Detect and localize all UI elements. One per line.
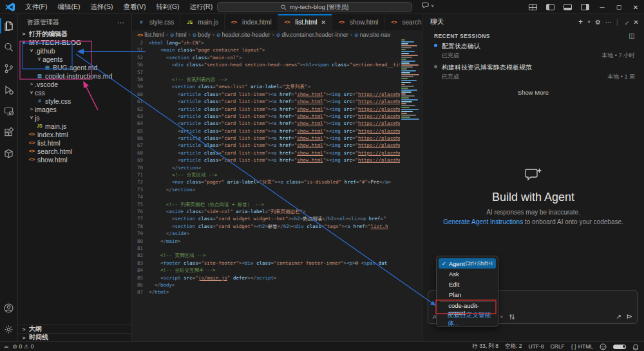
cursor-position[interactable]: 行 33, 列 8 — [472, 343, 498, 350]
breadcrumb-item[interactable]: ⊘header.site-header — [216, 32, 270, 38]
tree-item-copilot-instructions.md[interactable]: ≣copilot-instructions.md — [18, 71, 131, 80]
code-line-76[interactable]: 76<aside class="side-col" aria-label="列表… — [132, 208, 400, 215]
tab-main.js[interactable]: JSmain.js — [180, 14, 225, 30]
code-line-75[interactable]: 75<!-- 列表页侧栏（热点阅读 + 标签） --> — [132, 201, 400, 208]
explorer-icon[interactable] — [0, 16, 18, 35]
code-editor[interactable]: 2<html lang="zh-CN">51<main class="page … — [132, 39, 400, 341]
open-editors-section[interactable]: >打开的编辑器 — [18, 30, 131, 38]
code-line-85[interactable]: 85<script src="js/main.js" defer></scrip… — [132, 274, 400, 281]
tab-search.html[interactable]: <>search.html — [385, 14, 422, 30]
code-line-64[interactable]: 64<article class="card list-item"><a hre… — [132, 120, 400, 127]
menu-编辑(E)[interactable]: 编辑(E) — [53, 1, 84, 13]
tree-item-js[interactable]: ∨js — [18, 113, 131, 122]
menu-item-plan[interactable]: Plan — [439, 289, 496, 299]
toggle-panel-icon[interactable] — [559, 0, 576, 14]
code-line-77[interactable]: 77<section class="card widget widget--ho… — [132, 215, 400, 222]
tab-style.css[interactable]: #style.css — [132, 14, 180, 30]
customize-layout-icon[interactable] — [524, 0, 542, 14]
code-line-58[interactable]: 58<!-- 资讯列表内容 --> — [132, 76, 400, 83]
menu-转到(G)[interactable]: 转到(G) — [151, 1, 184, 13]
minimap[interactable] — [401, 39, 421, 310]
restore-button[interactable]: ▢ — [611, 0, 627, 14]
close-chat-icon[interactable]: ✕ — [634, 19, 639, 26]
maximize-chat-icon[interactable]: ↔ — [621, 17, 630, 27]
code-line-86[interactable]: 86</body> — [132, 281, 400, 289]
session-item[interactable]: 构建科技资讯博客静态模板规范已完成本地 • 1 周 — [422, 62, 644, 83]
toggle-primary-sidebar-icon[interactable] — [542, 0, 559, 14]
code-line-65[interactable]: 65<article class="card list-item"><a hre… — [132, 128, 400, 135]
generate-instructions-link[interactable]: Generate Agent Instructions — [443, 218, 523, 225]
tree-item-main.js[interactable]: JSmain.js — [18, 122, 131, 130]
tree-item-.github[interactable]: ∨.github — [18, 46, 131, 55]
code-line-84[interactable]: 84<!-- 全站交互脚本 --> — [132, 267, 400, 274]
menu-选择(S)[interactable]: 选择(S) — [86, 1, 117, 13]
menu-item-agent[interactable]: ✓AgentCtrl+Shift+I — [439, 258, 496, 269]
tree-item-BUG.agent.md[interactable]: ≣BUG.agent.md — [18, 63, 131, 71]
chat-settings-gear-icon[interactable]: ⚙ — [595, 19, 601, 26]
code-line-78[interactable]: 78<section class="card widget"><h2>标签</h… — [132, 223, 400, 230]
code-line-56[interactable]: 56<div class="section-head section-head-… — [132, 61, 400, 68]
code-line-59[interactable]: 59<section class="news-list" aria-label=… — [132, 83, 400, 90]
menu-文件(F)[interactable]: 文件(F) — [21, 1, 52, 13]
code-line-79[interactable]: 79</aside> — [132, 230, 400, 237]
remote-indicator[interactable]: >< — [4, 344, 7, 350]
tree-item-agents[interactable]: ∨agents — [18, 55, 131, 63]
code-line-63[interactable]: 63<article class="card list-item"><a hre… — [132, 113, 400, 120]
toggle-secondary-sidebar-icon[interactable] — [576, 0, 594, 14]
code-line-83[interactable]: 83<footer class="site-footer"><div class… — [132, 260, 400, 267]
code-line-71[interactable]: 71<!-- 分页区域 --> — [132, 171, 400, 178]
chevron-down-icon[interactable]: ∨ — [587, 19, 591, 24]
copilot-status-icon[interactable] — [600, 343, 607, 350]
breadcrumb-item[interactable]: ⊘html — [170, 32, 187, 38]
tree-item-style.css[interactable]: #style.css — [18, 97, 131, 105]
tools-icon[interactable] — [509, 314, 515, 320]
problems-indicator[interactable]: ⊘0 ⚠0 — [12, 343, 33, 350]
tree-item-index.html[interactable]: <>index.html — [18, 130, 131, 138]
tree-item-images[interactable]: >images — [18, 105, 131, 113]
code-line-66[interactable]: 66<article class="card list-item"><a hre… — [132, 135, 400, 142]
close-tab-icon[interactable]: ✕ — [321, 19, 327, 26]
breadcrumb-item[interactable]: ⊘nav.site-nav — [354, 32, 391, 38]
code-line-70[interactable]: 70</section> — [132, 164, 400, 171]
tree-item-show.html[interactable]: <>show.html — [18, 155, 131, 164]
breadcrumb-item[interactable]: ⊘div.container.header-inner — [276, 32, 348, 38]
timeline-section[interactable]: >时间线 — [18, 333, 131, 341]
breadcrumb-item[interactable]: ⊘body — [193, 32, 211, 38]
language-mode[interactable]: { }HTML — [571, 343, 593, 350]
settings-gear-icon[interactable] — [0, 319, 18, 339]
code-line-51[interactable]: 51<main class="page container layout"> — [132, 46, 400, 53]
new-chat-icon[interactable]: + — [578, 17, 583, 26]
code-line-52[interactable]: 52<section class="main-col"> — [132, 54, 400, 61]
code-line-62[interactable]: 62<article class="card list-item"><a hre… — [132, 106, 400, 113]
code-line-67[interactable]: 67<article class="card list-item"><a hre… — [132, 142, 400, 149]
minimize-button[interactable]: ─ — [594, 0, 611, 14]
chat-more-icon[interactable]: ⋯ — [605, 19, 612, 26]
breadcrumb[interactable]: <>list.html›⊘html›⊘body›⊘header.site-hea… — [132, 30, 422, 39]
tree-item-list.html[interactable]: <>list.html — [18, 138, 131, 147]
menu-item-configure-agents[interactable]: 配置自定义智能体... — [439, 314, 496, 325]
indentation-setting[interactable]: 空格: 2 — [505, 343, 522, 350]
show-more-link[interactable]: Show More — [422, 89, 644, 96]
session-item[interactable]: 配置状态确认已完成本地 • 7 小时 — [422, 41, 644, 62]
code-line-80[interactable]: 80</main> — [132, 238, 400, 245]
code-line-61[interactable]: 61<article class="card list-item"><a hre… — [132, 98, 400, 105]
code-line-69[interactable]: 69<article class="card list-item"><a hre… — [132, 157, 400, 164]
code-line-74[interactable]: 74 — [132, 193, 400, 200]
package-extension-icon[interactable] — [0, 144, 18, 163]
search-icon[interactable] — [0, 37, 18, 57]
code-line-60[interactable]: 60<article class="card list-item"><a hre… — [132, 91, 400, 98]
code-line-82[interactable]: 82<!-- 页脚区域 --> — [132, 252, 400, 259]
forward-icon[interactable]: ↗ — [616, 313, 621, 320]
copilot-quota-pill[interactable] — [613, 345, 626, 349]
breadcrumb-item[interactable]: <>list.html — [137, 32, 164, 38]
explorer-more-icon[interactable]: ⋯ — [117, 19, 125, 27]
menu-item-ask[interactable]: Ask — [439, 269, 496, 279]
code-line-87[interactable]: 87</html> — [132, 289, 400, 296]
run-debug-icon[interactable] — [0, 80, 18, 99]
extensions-icon[interactable] — [0, 122, 18, 142]
menu-查看(V)[interactable]: 查看(V) — [118, 1, 150, 13]
encoding-setting[interactable]: UTF-8 — [529, 343, 544, 350]
menu-运行(R)[interactable]: 运行(R) — [185, 1, 218, 13]
open-session-editor-icon[interactable]: ◫ — [629, 32, 635, 39]
remote-explorer-icon[interactable] — [0, 101, 18, 120]
